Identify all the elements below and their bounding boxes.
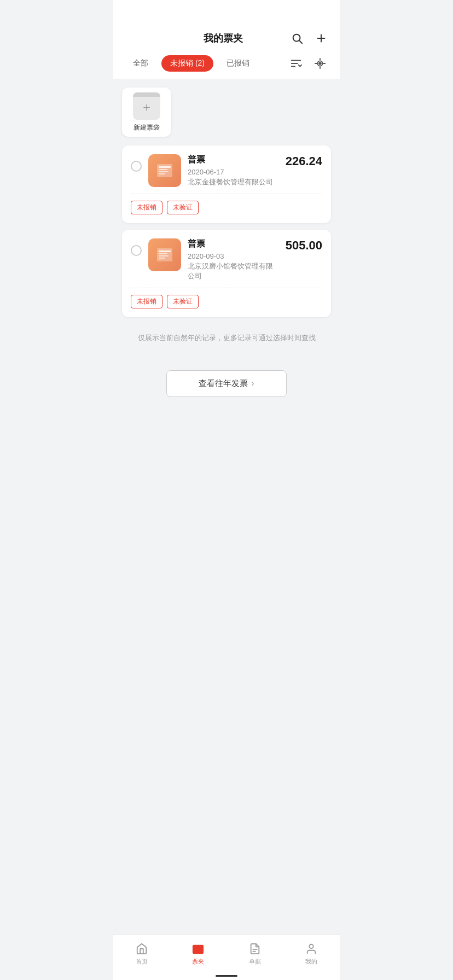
new-bag-button[interactable]: ＋ 新建票袋	[122, 88, 171, 137]
invoice-info-1: 普票 2020-06-17 北京金捷餐饮管理有限公司	[188, 154, 279, 187]
view-history-wrapper: 查看往年发票 ›	[122, 359, 331, 408]
tag-unreimbursed-1: 未报销	[131, 201, 162, 214]
svg-rect-15	[159, 169, 167, 170]
status-bar	[113, 0, 340, 24]
svg-rect-16	[159, 171, 169, 172]
header: 我的票夹	[113, 24, 340, 55]
invoice-company-1: 北京金捷餐饮管理有限公司	[188, 177, 279, 187]
svg-rect-14	[159, 166, 171, 168]
invoice-icon-2	[148, 238, 181, 271]
svg-point-8	[319, 62, 321, 65]
page-title: 我的票夹	[157, 32, 289, 45]
scan-button[interactable]	[311, 55, 329, 72]
svg-rect-19	[159, 250, 171, 252]
svg-rect-17	[159, 173, 165, 174]
svg-rect-21	[159, 255, 169, 256]
view-history-button[interactable]: 查看往年发票 ›	[166, 370, 287, 397]
new-bag-label: 新建票袋	[133, 123, 160, 132]
invoice-type-1: 普票	[188, 154, 279, 166]
tag-unreimbursed-2: 未报销	[131, 295, 162, 308]
invoice-company-2: 北京汉磨小馆餐饮管理有限公司	[188, 261, 279, 281]
tag-unverified-2: 未验证	[167, 295, 199, 308]
content: ＋ 新建票袋 普票 2020-06-17 北京金捷餐饮管理有限公司	[113, 79, 340, 463]
header-actions	[289, 31, 329, 46]
tab-reimbursed[interactable]: 已报销	[218, 55, 258, 72]
tab-bar: 全部 未报销 (2) 已报销	[113, 55, 340, 79]
invoice-main-1: 普票 2020-06-17 北京金捷餐饮管理有限公司 226.24	[131, 154, 322, 187]
invoice-tags-1: 未报销 未验证	[131, 194, 322, 214]
tabs: 全部 未报销 (2) 已报销	[124, 55, 287, 72]
svg-rect-22	[159, 258, 165, 259]
add-button[interactable]	[313, 31, 329, 46]
new-bag-icon: ＋	[133, 92, 160, 120]
invoice-info-2: 普票 2020-09-03 北京汉磨小馆餐饮管理有限公司	[188, 238, 279, 281]
plus-icon: ＋	[141, 99, 153, 115]
notice-text: 仅展示当前自然年的记录，更多记录可通过选择时间查找	[122, 324, 331, 348]
svg-rect-20	[159, 253, 167, 254]
invoice-select-1[interactable]	[131, 161, 142, 172]
invoice-date-1: 2020-06-17	[188, 168, 279, 176]
invoice-tags-2: 未报销 未验证	[131, 288, 322, 308]
view-history-label: 查看往年发票	[199, 378, 248, 389]
svg-line-1	[299, 40, 302, 43]
arrow-right-icon: ›	[251, 378, 254, 388]
tab-unreimbursed[interactable]: 未报销 (2)	[161, 55, 213, 72]
invoice-card-2[interactable]: 普票 2020-09-03 北京汉磨小馆餐饮管理有限公司 505.00 未报销 …	[122, 230, 331, 317]
sort-button[interactable]	[287, 55, 305, 72]
search-button[interactable]	[289, 31, 305, 46]
svg-rect-18	[157, 248, 172, 261]
invoice-main-2: 普票 2020-09-03 北京汉磨小馆餐饮管理有限公司 505.00	[131, 238, 322, 281]
tab-all[interactable]: 全部	[124, 55, 157, 72]
invoice-select-2[interactable]	[131, 245, 142, 256]
svg-rect-13	[157, 164, 172, 177]
invoice-amount-2: 505.00	[286, 238, 322, 253]
invoice-amount-1: 226.24	[286, 154, 322, 168]
invoice-type-2: 普票	[188, 238, 279, 250]
invoice-card-1[interactable]: 普票 2020-06-17 北京金捷餐饮管理有限公司 226.24 未报销 未验…	[122, 145, 331, 223]
tab-actions	[287, 55, 329, 72]
new-bag-container: ＋ 新建票袋	[122, 88, 331, 137]
tag-unverified-1: 未验证	[167, 201, 199, 214]
invoice-icon-1	[148, 154, 181, 187]
invoice-date-2: 2020-09-03	[188, 252, 279, 260]
